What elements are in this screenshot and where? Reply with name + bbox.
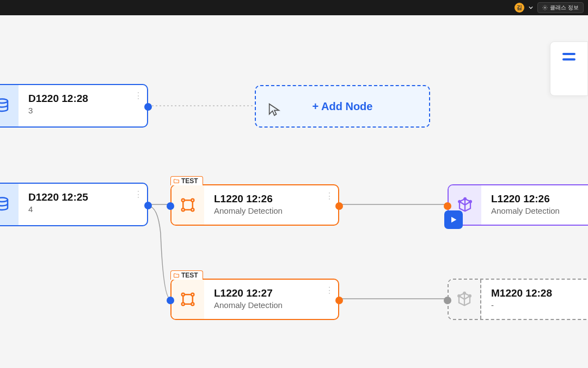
- node-content: L1220 12:27 Anomaly Detection ⋮: [204, 280, 338, 319]
- model-node-p1[interactable]: L1220 12:26 Anomaly Detection: [448, 184, 588, 226]
- svg-point-18: [463, 292, 465, 294]
- input-port[interactable]: [167, 202, 174, 210]
- node-subtitle: Anomaly Detection: [214, 300, 332, 310]
- output-port[interactable]: [144, 202, 152, 209]
- node-content: L1220 12:26 Anomaly Detection: [481, 185, 588, 225]
- dots-vertical-icon[interactable]: ⋮: [325, 285, 334, 295]
- folder-icon: [173, 272, 180, 279]
- bounding-box-icon: [180, 291, 196, 307]
- node-content: D1220 12:28 3 ⋮: [19, 85, 147, 126]
- add-node-label: + Add Node: [313, 100, 373, 113]
- node-icon-box: [449, 280, 481, 319]
- svg-point-2: [0, 198, 8, 202]
- node-subtitle: -: [491, 300, 588, 310]
- svg-point-16: [458, 295, 460, 297]
- node-icon-box: [0, 184, 19, 225]
- input-port[interactable]: [444, 297, 451, 304]
- svg-point-0: [544, 7, 546, 9]
- output-port[interactable]: [335, 202, 343, 210]
- svg-point-10: [191, 293, 194, 296]
- node-icon-box: [449, 185, 481, 225]
- input-port[interactable]: [167, 297, 174, 304]
- svg-point-5: [191, 199, 194, 202]
- gear-icon: [542, 5, 548, 10]
- add-node-placeholder[interactable]: + Add Node: [255, 85, 430, 128]
- node-content: D1220 12:25 4 ⋮: [19, 184, 147, 225]
- menu-lines-icon: [562, 53, 575, 61]
- output-port[interactable]: [335, 297, 343, 304]
- svg-point-9: [182, 293, 185, 296]
- svg-point-12: [191, 303, 194, 305]
- label-node-l1[interactable]: TEST L1220 12:26 Anomaly Detection ⋮: [170, 184, 339, 226]
- dots-vertical-icon[interactable]: ⋮: [325, 191, 334, 201]
- node-icon-box: [0, 85, 19, 126]
- class-info-button[interactable]: 클래스 정보: [537, 2, 584, 13]
- svg-point-6: [182, 208, 185, 211]
- tag-label: TEST: [181, 177, 198, 185]
- svg-point-11: [182, 303, 185, 305]
- input-port[interactable]: [444, 202, 451, 210]
- model-node-m1-placeholder[interactable]: M1220 12:28 -: [448, 279, 588, 320]
- svg-point-17: [469, 295, 471, 297]
- test-tag: TEST: [170, 270, 203, 280]
- tag-label: TEST: [181, 272, 198, 279]
- class-info-label: 클래스 정보: [550, 4, 579, 11]
- play-icon: [449, 215, 458, 224]
- database-icon: [0, 98, 10, 114]
- cube-network-icon: [456, 291, 473, 307]
- avatar[interactable]: 김: [514, 3, 524, 13]
- folder-icon: [173, 178, 180, 184]
- node-icon-box: [171, 185, 204, 225]
- node-subtitle: Anomaly Detection: [214, 206, 332, 215]
- svg-point-4: [182, 199, 185, 202]
- node-content: L1220 12:26 Anomaly Detection ⋮: [204, 185, 338, 225]
- node-title: D1220 12:25: [28, 191, 140, 203]
- output-port[interactable]: [144, 103, 152, 111]
- dots-vertical-icon[interactable]: ⋮: [134, 91, 143, 101]
- node-title: M1220 12:28: [491, 287, 588, 299]
- node-subtitle: Anomaly Detection: [491, 206, 588, 215]
- svg-point-1: [0, 99, 8, 104]
- dots-vertical-icon[interactable]: ⋮: [134, 189, 143, 200]
- topbar: 김 클래스 정보: [0, 0, 588, 15]
- node-content: M1220 12:28 -: [481, 280, 588, 319]
- node-subtitle: 3: [28, 106, 140, 115]
- side-panel-peek[interactable]: [550, 41, 588, 96]
- svg-point-13: [458, 201, 461, 203]
- node-title: L1220 12:26: [214, 193, 332, 205]
- node-title: D1220 12:28: [28, 93, 140, 105]
- svg-point-14: [469, 201, 471, 203]
- database-icon: [0, 196, 10, 213]
- dataset-node-d2[interactable]: D1220 12:25 4 ⋮: [0, 183, 148, 226]
- dataset-node-d1[interactable]: D1220 12:28 3 ⋮: [0, 84, 148, 128]
- canvas[interactable]: D1220 12:28 3 ⋮ + Add Node D1220 12:25 4…: [0, 15, 588, 368]
- node-subtitle: 4: [28, 204, 140, 214]
- play-badge[interactable]: [444, 210, 463, 229]
- test-tag: TEST: [170, 176, 203, 185]
- svg-point-15: [464, 198, 466, 200]
- node-icon-box: [171, 280, 204, 319]
- bounding-box-icon: [180, 197, 196, 213]
- cursor-icon: [267, 101, 282, 117]
- node-title: L1220 12:26: [491, 193, 588, 205]
- label-node-l2[interactable]: TEST L1220 12:27 Anomaly Detection ⋮: [170, 279, 339, 320]
- chevron-down-icon[interactable]: [529, 5, 533, 10]
- svg-point-7: [191, 208, 194, 211]
- node-title: L1220 12:27: [214, 287, 332, 299]
